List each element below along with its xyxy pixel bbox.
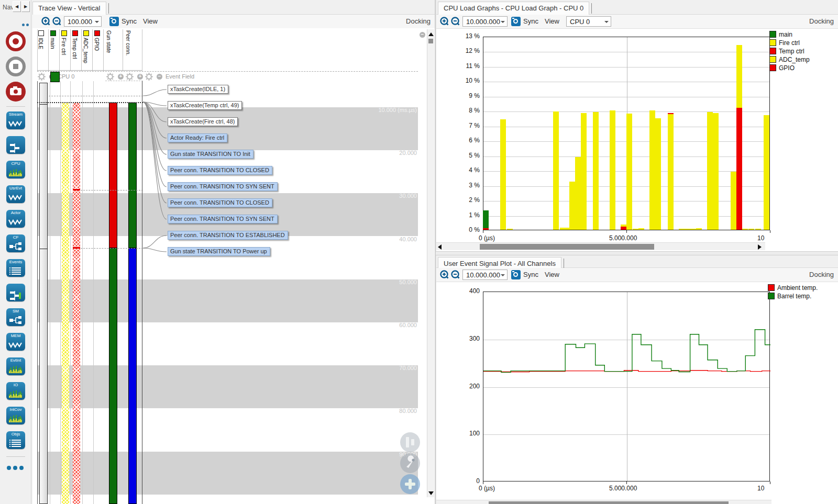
chevron-down-icon [501, 21, 505, 23]
sidebar-tool-evtint[interactable]: EvtInt [6, 357, 25, 375]
sidebar-tool-io[interactable]: IO [6, 382, 25, 400]
compare-views-button[interactable] [400, 432, 420, 452]
sync-icon[interactable] [109, 17, 119, 26]
sync-button[interactable]: Sync [122, 17, 137, 25]
settings-wrench-button[interactable] [400, 453, 420, 473]
legend-label: ADC_temp [779, 56, 810, 63]
sidebar-tool-actor[interactable]: Actor [6, 210, 25, 228]
sidebar-tool-mem[interactable]: MEM [6, 333, 25, 351]
view-menu[interactable]: View [545, 271, 559, 278]
stop-button[interactable] [6, 57, 26, 76]
scroll-left-icon[interactable] [438, 244, 442, 250]
cpu-load-bar-segment [679, 229, 685, 230]
event-label[interactable]: Peer conn. TRANSITION TO SYN SENT [168, 215, 278, 223]
tab-scroll-right-button[interactable]: ▶ [21, 1, 30, 12]
signal-plot-area[interactable] [483, 292, 770, 481]
event-label[interactable]: Actor Ready: Fire ctrl [168, 133, 227, 142]
scrollbar-thumb[interactable] [480, 244, 654, 250]
scrollbar-thumb[interactable] [428, 39, 433, 43]
sync-button[interactable]: Sync [523, 17, 538, 25]
x-axis-tick [483, 230, 483, 233]
sidebar-tool-intcov[interactable]: IntCov [6, 407, 25, 424]
cpu-zoom-value-dropdown[interactable]: 10.000.000 [462, 16, 508, 27]
zoom-in-icon[interactable] [439, 16, 450, 27]
sidebar-tool-sm[interactable]: SM [6, 308, 25, 326]
event-label[interactable]: Peer conn. TRANSITION TO SYN SENT [168, 182, 278, 191]
tab-cpu-load-graphs[interactable]: CPU Load Graphs - CPU Load Graph - CPU 0 [438, 2, 589, 15]
panels-icon [406, 437, 409, 447]
tab-trace-view-vertical[interactable]: Trace View - Vertical [32, 2, 106, 15]
docking-menu[interactable]: Docking [809, 271, 834, 278]
tool-label: IntCov [6, 407, 25, 412]
gear-icon[interactable] [126, 73, 134, 81]
scroll-up-icon[interactable] [428, 32, 434, 36]
view-menu[interactable]: View [545, 17, 559, 25]
expand-icon[interactable]: + [137, 74, 143, 80]
trace-vscrollbar[interactable] [427, 29, 434, 497]
cpu-load-bar-segment [593, 112, 599, 230]
record-button[interactable] [6, 31, 26, 51]
event-label[interactable]: Peer conn. TRANSITION TO ESTABLISHED [168, 231, 288, 240]
signal-zoom-value-dropdown[interactable]: 10.000.000 [462, 270, 508, 280]
trace-canvas[interactable]: IDLEmainFire ctrlTemp ctrlADC_tempGPIOGu… [32, 28, 435, 504]
gear-icon[interactable] [145, 73, 153, 81]
zoom-out-icon[interactable] [450, 16, 461, 27]
view-menu[interactable]: View [143, 17, 158, 25]
tool-label: Actor [6, 210, 25, 215]
tab-user-event-signal-plot[interactable]: User Event Signal Plot - All Channels [438, 257, 561, 268]
expand-icon[interactable]: + [118, 74, 124, 80]
collapse-icon[interactable]: − [157, 74, 162, 80]
cpu-select-dropdown[interactable]: CPU 0 [566, 16, 611, 27]
x-axis-tick-label: 10 [757, 234, 764, 242]
trace-start-line [37, 102, 143, 103]
trace-zoom-value-dropdown[interactable]: 100.000 [64, 16, 102, 27]
snapshot-button[interactable] [6, 82, 26, 102]
tab-scroll-left-button[interactable]: ◀ [13, 1, 21, 12]
sidebar-tool-stream[interactable]: Stream [6, 111, 25, 129]
gun-state-bar-init [109, 103, 117, 248]
sidebar-tool-cpu[interactable]: CPU [6, 161, 25, 178]
cpu-plot-area[interactable] [483, 37, 770, 230]
docking-menu[interactable]: Docking [406, 17, 431, 25]
sync-button[interactable]: Sync [523, 271, 538, 278]
zoom-out-icon[interactable] [52, 16, 62, 27]
horizontal-splitter[interactable] [436, 251, 838, 255]
timeline-label: 10.000 (ms.µs) [378, 107, 417, 113]
sync-icon[interactable] [511, 270, 521, 279]
signal-chart[interactable]: 01002003004000 (µs)5.000.00010Ambient te… [436, 283, 838, 499]
temp-ctrl-bar [73, 103, 80, 504]
event-label[interactable]: Peer conn. TRANSITION TO CLOSED [168, 198, 272, 207]
gear-icon[interactable] [106, 73, 114, 81]
scroll-right-icon[interactable] [758, 244, 762, 250]
column-separator [70, 29, 71, 71]
sidebar-tool-usrevt[interactable]: UsrEvt [6, 185, 25, 203]
sidebar-tool-cf[interactable]: CF [6, 234, 25, 252]
cpu-load-chart[interactable]: 0 %1 %2 %3 %4 %5 %6 %7 %8 %9 %10 %11 %12… [436, 29, 838, 242]
event-label[interactable]: Peer conn. TRANSITION TO CLOSED [168, 166, 272, 175]
cpu-chart-hscrollbar[interactable] [436, 242, 765, 250]
cpu-load-bar-segment [621, 225, 626, 227]
zoom-in-icon[interactable] [439, 270, 450, 280]
sync-icon[interactable] [511, 17, 521, 26]
signal-chart-hscrollbar[interactable] [436, 500, 771, 504]
sidebar-tool-events[interactable]: Events [6, 259, 25, 277]
zoom-in-icon[interactable] [41, 16, 51, 27]
cpu-load-bar-segment [507, 229, 513, 230]
sidebar-tool-blocks[interactable] [6, 136, 25, 154]
gear-icon[interactable] [38, 73, 46, 81]
tool-label: MEM [6, 333, 25, 338]
event-label[interactable]: xTaskCreate(Fire ctrl, 48) [168, 117, 238, 126]
add-view-button[interactable] [400, 474, 420, 494]
scrollbar-thumb[interactable] [489, 501, 729, 504]
sidebar-tool-blocks2[interactable] [6, 284, 25, 301]
more-tools-button[interactable] [7, 464, 26, 472]
event-label[interactable]: Gun state TRANSITION TO Power up [168, 247, 270, 256]
collapse-event-field-icon[interactable]: − [420, 32, 425, 38]
event-label[interactable]: xTaskCreate(Temp ctrl, 49) [168, 101, 242, 110]
event-label[interactable]: Gun state TRANSITION TO Init [168, 150, 253, 159]
zoom-out-icon[interactable] [450, 270, 461, 280]
event-label[interactable]: xTaskCreate(IDLE, 1) [168, 85, 228, 94]
sidebar-tool-objs[interactable]: Objs [6, 431, 25, 449]
scroll-down-icon[interactable] [428, 491, 434, 495]
docking-menu[interactable]: Docking [809, 17, 834, 25]
